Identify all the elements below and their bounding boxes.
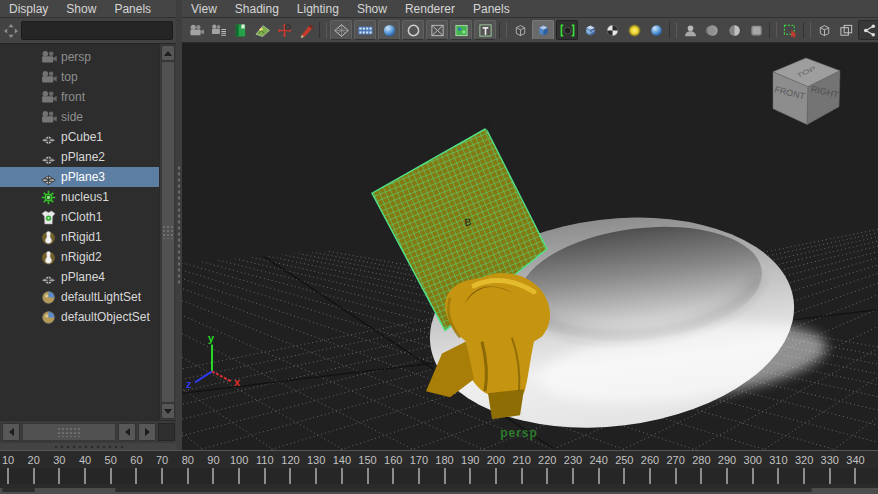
scroll-left-button-2[interactable]: [118, 423, 136, 441]
range-start-handle[interactable]: [2, 488, 35, 492]
lights-button[interactable]: [624, 20, 644, 40]
timeline-tick[interactable]: [84, 468, 86, 484]
outliner-item-pCube1[interactable]: pCube1: [0, 127, 159, 147]
timeline-tick[interactable]: [700, 468, 702, 484]
menu-lighting[interactable]: Lighting: [288, 1, 348, 17]
scroll-right-button[interactable]: [138, 423, 156, 441]
menu-display[interactable]: Display: [0, 1, 57, 17]
timeline-tick[interactable]: [675, 468, 677, 484]
depth-of-field-button[interactable]: [746, 20, 766, 40]
timeline-tick[interactable]: [7, 468, 9, 484]
menu-panels[interactable]: Panels: [105, 1, 160, 17]
outliner-item-front[interactable]: front: [0, 87, 159, 107]
pan-zoom-button[interactable]: [274, 20, 294, 40]
timeline-tick[interactable]: [495, 468, 497, 484]
isolate-select-button[interactable]: [780, 20, 800, 40]
timeline-tick[interactable]: [521, 468, 523, 484]
wireframe-on-shaded-button[interactable]: [402, 20, 424, 40]
timeline-tick[interactable]: [854, 468, 856, 484]
outliner-item-defaultObjectSet[interactable]: defaultObjectSet: [0, 307, 159, 327]
timeline-tick[interactable]: [598, 468, 600, 484]
node-connections-button[interactable]: [858, 20, 878, 40]
menu-renderer[interactable]: Renderer: [396, 1, 464, 17]
timeline-tick[interactable]: [161, 468, 163, 484]
range-slider-bar[interactable]: [115, 488, 812, 492]
scene-shapes-button[interactable]: [814, 20, 834, 40]
timeline-tick[interactable]: [238, 468, 240, 484]
viewport-camera-button[interactable]: [186, 20, 206, 40]
motion-blur-button[interactable]: [702, 20, 722, 40]
view-cube[interactable]: TOP FRONT RIGHT: [773, 58, 840, 125]
ambient-occlusion-button[interactable]: [724, 20, 744, 40]
outliner-item-pPlane2[interactable]: pPlane2: [0, 147, 159, 167]
timeline-tick[interactable]: [469, 468, 471, 484]
menu-show[interactable]: Show: [348, 1, 396, 17]
outliner-item-persp[interactable]: persp: [0, 47, 159, 67]
viewport-canvas[interactable]: B: [182, 43, 878, 450]
timeline-tick[interactable]: [829, 468, 831, 484]
timeline-tick[interactable]: [726, 468, 728, 484]
timeline-tick[interactable]: [58, 468, 60, 484]
ssao-button[interactable]: [680, 20, 700, 40]
scene-3d[interactable]: B: [182, 43, 878, 450]
timeline-tick[interactable]: [803, 468, 805, 484]
wireframe-cube-button[interactable]: [510, 20, 530, 40]
panel-resize-grip[interactable]: [0, 443, 176, 450]
timeline-tick[interactable]: [33, 468, 35, 484]
image-plane-button[interactable]: [252, 20, 272, 40]
smooth-shade-all-button[interactable]: [532, 20, 554, 40]
outliner-item-defaultLightSet[interactable]: defaultLightSet: [0, 287, 159, 307]
timeline-tick[interactable]: [341, 468, 343, 484]
menu-view[interactable]: View: [182, 1, 226, 17]
outliner-horizontal-scrollbar[interactable]: [0, 420, 176, 443]
time-slider[interactable]: 1020304050607080901001101201301401501601…: [0, 450, 878, 488]
timeline-tick[interactable]: [264, 468, 266, 484]
timeline-tick[interactable]: [187, 468, 189, 484]
time-slider-track[interactable]: [0, 468, 878, 484]
timeline-tick[interactable]: [289, 468, 291, 484]
timeline-tick[interactable]: [212, 468, 214, 484]
outliner-item-nRigid1[interactable]: nRigid1: [0, 227, 159, 247]
use-default-material-button[interactable]: [602, 20, 622, 40]
timeline-tick[interactable]: [418, 468, 420, 484]
default-material-button[interactable]: [426, 20, 448, 40]
timeline-tick[interactable]: [367, 468, 369, 484]
range-slider[interactable]: [0, 488, 878, 494]
vertical-scroll-thumb[interactable]: [161, 61, 175, 403]
timeline-tick[interactable]: [315, 468, 317, 484]
timeline-tick[interactable]: [572, 468, 574, 484]
shadows-button[interactable]: [646, 20, 666, 40]
outliner-item-top[interactable]: top: [0, 67, 159, 87]
menu-shading[interactable]: Shading: [226, 1, 288, 17]
outliner-search-input[interactable]: [21, 21, 173, 40]
outliner-item-pPlane3[interactable]: pPlane3: [0, 167, 159, 187]
menu-panels[interactable]: Panels: [464, 1, 519, 17]
timeline-tick[interactable]: [623, 468, 625, 484]
menu-show[interactable]: Show: [57, 1, 105, 17]
highlight-selection-button[interactable]: [556, 20, 578, 40]
outliner-filter-icon[interactable]: [3, 22, 19, 40]
outliner-item-side[interactable]: side: [0, 107, 159, 127]
scroll-up-button[interactable]: [161, 45, 175, 61]
bookmark-button[interactable]: [230, 20, 250, 40]
outliner-item-nCloth1[interactable]: nCloth1: [0, 207, 159, 227]
textured-cube-button[interactable]: [580, 20, 600, 40]
scroll-left-button[interactable]: [2, 423, 20, 441]
timeline-tick[interactable]: [110, 468, 112, 484]
camera-attributes-button[interactable]: [208, 20, 228, 40]
timeline-tick[interactable]: [444, 468, 446, 484]
outliner-vertical-scrollbar[interactable]: [159, 44, 176, 420]
texture-view-button[interactable]: [474, 20, 496, 40]
timeline-tick[interactable]: [649, 468, 651, 484]
wireframe-mode-button[interactable]: [330, 20, 352, 40]
scroll-down-button[interactable]: [161, 403, 175, 419]
hardware-texturing-button[interactable]: [450, 20, 472, 40]
timeline-tick[interactable]: [546, 468, 548, 484]
shaded-mode-button[interactable]: [378, 20, 400, 40]
timeline-tick[interactable]: [777, 468, 779, 484]
timeline-tick[interactable]: [392, 468, 394, 484]
outliner-item-nucleus1[interactable]: nucleus1: [0, 187, 159, 207]
outliner-item-nRigid2[interactable]: nRigid2: [0, 247, 159, 267]
grease-pencil-button[interactable]: [296, 20, 316, 40]
outliner-item-pPlane4[interactable]: pPlane4: [0, 267, 159, 287]
